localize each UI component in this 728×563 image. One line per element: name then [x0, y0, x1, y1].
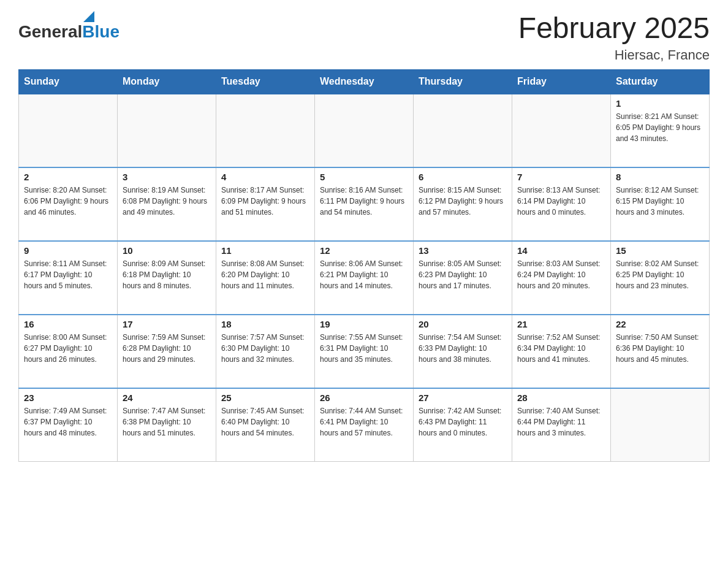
- day-info: Sunrise: 8:12 AM Sunset: 6:15 PM Dayligh…: [616, 185, 704, 218]
- calendar-cell: 17Sunrise: 7:59 AM Sunset: 6:28 PM Dayli…: [118, 315, 216, 388]
- calendar-cell: 13Sunrise: 8:05 AM Sunset: 6:23 PM Dayli…: [414, 241, 512, 315]
- day-info: Sunrise: 8:20 AM Sunset: 6:06 PM Dayligh…: [24, 185, 112, 218]
- calendar-week-0: 1Sunrise: 8:21 AM Sunset: 6:05 PM Daylig…: [19, 94, 710, 167]
- day-number: 8: [616, 172, 704, 182]
- day-number: 1: [616, 98, 704, 109]
- day-info: Sunrise: 7:47 AM Sunset: 6:38 PM Dayligh…: [123, 405, 211, 439]
- day-info: Sunrise: 8:05 AM Sunset: 6:23 PM Dayligh…: [419, 258, 507, 291]
- location-title: Hiersac, France: [518, 47, 710, 63]
- day-info: Sunrise: 8:15 AM Sunset: 6:12 PM Dayligh…: [419, 185, 507, 218]
- page-header: General Blue February 2025 Hiersac, Fran…: [18, 12, 710, 63]
- calendar-cell: [315, 94, 414, 167]
- day-info: Sunrise: 8:09 AM Sunset: 6:18 PM Dayligh…: [123, 258, 211, 291]
- day-number: 3: [123, 172, 211, 182]
- calendar-cell: 27Sunrise: 7:42 AM Sunset: 6:43 PM Dayli…: [414, 388, 512, 462]
- day-info: Sunrise: 8:19 AM Sunset: 6:08 PM Dayligh…: [123, 185, 211, 218]
- day-number: 23: [24, 393, 112, 403]
- day-number: 19: [320, 319, 408, 329]
- day-number: 5: [320, 172, 408, 182]
- calendar-header-tuesday: Tuesday: [216, 69, 315, 94]
- day-info: Sunrise: 8:03 AM Sunset: 6:24 PM Dayligh…: [517, 258, 605, 291]
- day-number: 4: [221, 172, 309, 182]
- day-info: Sunrise: 7:49 AM Sunset: 6:37 PM Dayligh…: [24, 405, 112, 439]
- logo-blue-part: Blue: [82, 12, 119, 40]
- calendar-cell: [414, 94, 512, 167]
- calendar-header-wednesday: Wednesday: [315, 69, 414, 94]
- day-info: Sunrise: 7:59 AM Sunset: 6:28 PM Dayligh…: [123, 332, 211, 365]
- day-number: 10: [123, 245, 211, 256]
- day-number: 9: [24, 245, 112, 256]
- day-info: Sunrise: 8:00 AM Sunset: 6:27 PM Dayligh…: [24, 332, 112, 365]
- day-number: 2: [24, 172, 112, 182]
- day-number: 17: [123, 319, 211, 329]
- calendar-cell: 6Sunrise: 8:15 AM Sunset: 6:12 PM Daylig…: [414, 167, 512, 241]
- logo-arrow-icon: [83, 11, 94, 22]
- day-info: Sunrise: 7:44 AM Sunset: 6:41 PM Dayligh…: [320, 405, 408, 439]
- title-section: February 2025 Hiersac, France: [518, 12, 710, 63]
- calendar-cell: 7Sunrise: 8:13 AM Sunset: 6:14 PM Daylig…: [512, 167, 611, 241]
- day-info: Sunrise: 8:06 AM Sunset: 6:21 PM Dayligh…: [320, 258, 408, 291]
- day-number: 21: [517, 319, 605, 329]
- calendar-cell: 19Sunrise: 7:55 AM Sunset: 6:31 PM Dayli…: [315, 315, 414, 388]
- month-title: February 2025: [518, 12, 710, 45]
- calendar-cell: 10Sunrise: 8:09 AM Sunset: 6:18 PM Dayli…: [118, 241, 216, 315]
- calendar-cell: [216, 94, 315, 167]
- day-number: 11: [221, 245, 309, 256]
- day-info: Sunrise: 8:11 AM Sunset: 6:17 PM Dayligh…: [24, 258, 112, 291]
- calendar-header-friday: Friday: [512, 69, 611, 94]
- calendar-cell: 2Sunrise: 8:20 AM Sunset: 6:06 PM Daylig…: [19, 167, 118, 241]
- calendar-header-row: SundayMondayTuesdayWednesdayThursdayFrid…: [19, 69, 710, 94]
- day-info: Sunrise: 7:40 AM Sunset: 6:44 PM Dayligh…: [517, 405, 605, 439]
- calendar-cell: 11Sunrise: 8:08 AM Sunset: 6:20 PM Dayli…: [216, 241, 315, 315]
- logo: General Blue: [18, 12, 119, 40]
- day-info: Sunrise: 8:21 AM Sunset: 6:05 PM Dayligh…: [616, 111, 704, 144]
- calendar-cell: 9Sunrise: 8:11 AM Sunset: 6:17 PM Daylig…: [19, 241, 118, 315]
- calendar-week-2: 9Sunrise: 8:11 AM Sunset: 6:17 PM Daylig…: [19, 241, 710, 315]
- calendar-cell: [118, 94, 216, 167]
- calendar-cell: 18Sunrise: 7:57 AM Sunset: 6:30 PM Dayli…: [216, 315, 315, 388]
- calendar-cell: 14Sunrise: 8:03 AM Sunset: 6:24 PM Dayli…: [512, 241, 611, 315]
- calendar-header-thursday: Thursday: [414, 69, 512, 94]
- day-info: Sunrise: 8:02 AM Sunset: 6:25 PM Dayligh…: [616, 258, 704, 291]
- calendar-table: SundayMondayTuesdayWednesdayThursdayFrid…: [18, 69, 710, 462]
- day-info: Sunrise: 7:42 AM Sunset: 6:43 PM Dayligh…: [419, 405, 507, 439]
- day-number: 7: [517, 172, 605, 182]
- day-info: Sunrise: 7:52 AM Sunset: 6:34 PM Dayligh…: [517, 332, 605, 365]
- calendar-header-saturday: Saturday: [611, 69, 710, 94]
- calendar-cell: 8Sunrise: 8:12 AM Sunset: 6:15 PM Daylig…: [611, 167, 710, 241]
- calendar-cell: 22Sunrise: 7:50 AM Sunset: 6:36 PM Dayli…: [611, 315, 710, 388]
- day-info: Sunrise: 7:55 AM Sunset: 6:31 PM Dayligh…: [320, 332, 408, 365]
- calendar-cell: [611, 388, 710, 462]
- day-number: 13: [419, 245, 507, 256]
- day-info: Sunrise: 7:57 AM Sunset: 6:30 PM Dayligh…: [221, 332, 309, 365]
- calendar-week-1: 2Sunrise: 8:20 AM Sunset: 6:06 PM Daylig…: [19, 167, 710, 241]
- calendar-cell: 12Sunrise: 8:06 AM Sunset: 6:21 PM Dayli…: [315, 241, 414, 315]
- calendar-cell: 5Sunrise: 8:16 AM Sunset: 6:11 PM Daylig…: [315, 167, 414, 241]
- calendar-cell: 28Sunrise: 7:40 AM Sunset: 6:44 PM Dayli…: [512, 388, 611, 462]
- calendar-cell: 15Sunrise: 8:02 AM Sunset: 6:25 PM Dayli…: [611, 241, 710, 315]
- logo-blue-text: Blue: [82, 23, 119, 40]
- calendar-cell: [512, 94, 611, 167]
- day-number: 26: [320, 393, 408, 403]
- day-info: Sunrise: 8:08 AM Sunset: 6:20 PM Dayligh…: [221, 258, 309, 291]
- calendar-week-4: 23Sunrise: 7:49 AM Sunset: 6:37 PM Dayli…: [19, 388, 710, 462]
- day-number: 15: [616, 245, 704, 256]
- day-info: Sunrise: 8:13 AM Sunset: 6:14 PM Dayligh…: [517, 185, 605, 218]
- day-info: Sunrise: 8:17 AM Sunset: 6:09 PM Dayligh…: [221, 185, 309, 218]
- day-number: 20: [419, 319, 507, 329]
- day-number: 28: [517, 393, 605, 403]
- calendar-cell: 20Sunrise: 7:54 AM Sunset: 6:33 PM Dayli…: [414, 315, 512, 388]
- day-number: 18: [221, 319, 309, 329]
- day-info: Sunrise: 8:16 AM Sunset: 6:11 PM Dayligh…: [320, 185, 408, 218]
- calendar-cell: 23Sunrise: 7:49 AM Sunset: 6:37 PM Dayli…: [19, 388, 118, 462]
- calendar-cell: 26Sunrise: 7:44 AM Sunset: 6:41 PM Dayli…: [315, 388, 414, 462]
- day-number: 16: [24, 319, 112, 329]
- calendar-cell: 24Sunrise: 7:47 AM Sunset: 6:38 PM Dayli…: [118, 388, 216, 462]
- day-info: Sunrise: 7:50 AM Sunset: 6:36 PM Dayligh…: [616, 332, 704, 365]
- day-number: 22: [616, 319, 704, 329]
- calendar-week-3: 16Sunrise: 8:00 AM Sunset: 6:27 PM Dayli…: [19, 315, 710, 388]
- day-number: 6: [419, 172, 507, 182]
- day-number: 25: [221, 393, 309, 403]
- calendar-header-sunday: Sunday: [19, 69, 118, 94]
- calendar-cell: 3Sunrise: 8:19 AM Sunset: 6:08 PM Daylig…: [118, 167, 216, 241]
